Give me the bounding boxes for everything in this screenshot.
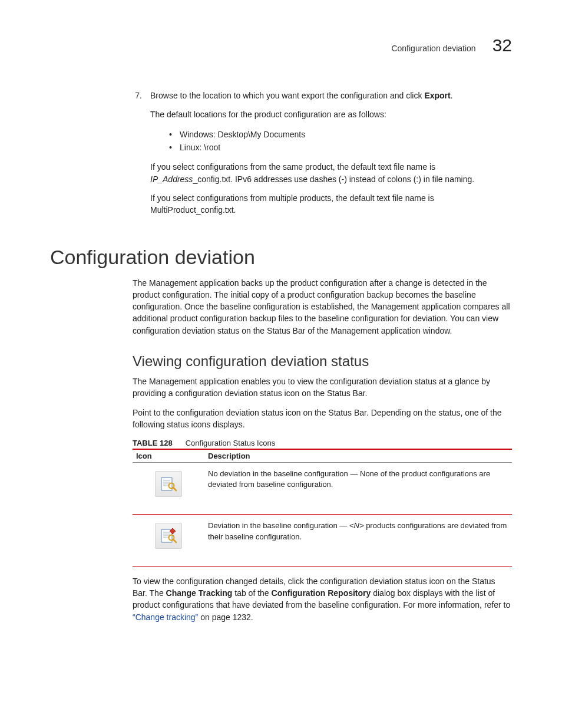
step-block: 7. Browse to the location to which you w… — [133, 90, 512, 223]
configuration-repository-label: Configuration Repository — [272, 588, 371, 598]
col-icon-header: Icon — [133, 449, 204, 463]
step-7: 7. Browse to the location to which you w… — [133, 90, 512, 223]
step7-line4: If you select configurations from multip… — [150, 192, 512, 216]
description-cell: No deviation in the baseline configurati… — [204, 463, 512, 515]
running-header-title: Configuration deviation — [391, 44, 475, 53]
step-number: 7. — [133, 90, 142, 223]
table-title: Configuration Status Icons — [186, 439, 275, 447]
n-placeholder: <N> — [349, 521, 364, 530]
table-label: TABLE 128 — [133, 439, 173, 447]
table-header-row: Icon Description — [133, 449, 512, 463]
list-item: Linux: \root — [180, 141, 512, 154]
table-row: Deviation in the baseline configuration … — [133, 515, 512, 566]
table-row: No deviation in the baseline configurati… — [133, 463, 512, 515]
list-item: Windows: Desktop\My Documents — [180, 128, 512, 141]
svg-line-13 — [173, 539, 176, 542]
text: _config.txt. IPv6 addresses use dashes (… — [193, 174, 474, 184]
text: Browse to the location to which you want… — [150, 91, 424, 100]
section-body: The Management application backs up the … — [133, 277, 512, 623]
text: . — [451, 91, 453, 100]
section-heading: Configuration deviation — [50, 246, 512, 269]
change-tracking-label: Change Tracking — [166, 588, 233, 598]
step-body: Browse to the location to which you want… — [150, 90, 512, 223]
after-table-paragraph: To view the configuration changed detail… — [133, 575, 512, 623]
status-icons-table: Icon Description — [133, 449, 512, 566]
default-locations-list: Windows: Desktop\My Documents Linux: \ro… — [150, 128, 512, 154]
section-intro: The Management application backs up the … — [133, 277, 512, 337]
text: If you select configurations from the sa… — [150, 162, 435, 172]
deviation-icon — [155, 523, 182, 549]
text: Deviation in the baseline configuration … — [208, 521, 349, 530]
ip-address-italic: IP_Address — [150, 174, 193, 184]
chapter-number: 32 — [492, 35, 512, 55]
icon-cell — [133, 463, 204, 515]
step7-line2: The default locations for the product co… — [150, 108, 512, 120]
text: on page 1232. — [198, 612, 253, 622]
page: Configuration deviation 32 7. Browse to … — [0, 0, 562, 728]
step7-line3: If you select configurations from the sa… — [150, 161, 512, 185]
export-label: Export — [424, 91, 450, 100]
subsection-p1: The Management application enables you t… — [133, 375, 512, 400]
icon-cell — [133, 515, 204, 566]
step7-line1: Browse to the location to which you want… — [150, 90, 512, 101]
table-caption: TABLE 128Configuration Status Icons — [133, 439, 512, 447]
subsection-p2: Point to the configuration deviation sta… — [133, 407, 512, 431]
change-tracking-link[interactable]: “Change tracking” — [133, 612, 198, 622]
subsection-heading: Viewing configuration deviation status — [133, 353, 512, 370]
description-cell: Deviation in the baseline configuration … — [204, 515, 512, 566]
running-header: Configuration deviation 32 — [50, 35, 512, 55]
col-description-header: Description — [204, 449, 512, 463]
text: tab of the — [232, 588, 271, 598]
no-deviation-icon — [155, 471, 182, 497]
svg-line-6 — [173, 487, 176, 490]
